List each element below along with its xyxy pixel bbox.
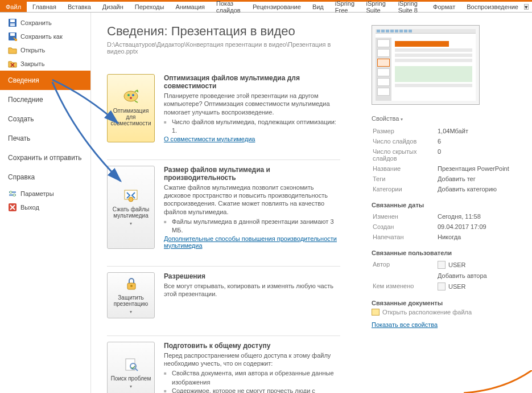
presentation-thumbnail[interactable]: [372, 25, 480, 105]
side-options-label: Параметры: [20, 190, 54, 197]
svg-point-10: [124, 91, 138, 101]
author-chip[interactable]: USER: [438, 261, 521, 269]
tab-home[interactable]: Главная: [27, 2, 62, 12]
options-icon: [8, 189, 17, 198]
permissions-title: Разрешения: [164, 272, 340, 280]
optimize-compat-button[interactable]: Оптимизация для совместимости: [107, 74, 155, 142]
side-save[interactable]: Сохранить: [0, 16, 90, 30]
optimize-title: Оптимизация файлов мультимедиа для совме…: [164, 74, 340, 90]
side-share[interactable]: Сохранить и отправить: [0, 148, 90, 167]
svg-point-8: [13, 194, 15, 197]
prepare-share-title: Подготовить к общему доступу: [164, 342, 340, 350]
search-doc-icon: [122, 357, 139, 373]
page-title: Сведения: Презентация в видео: [107, 24, 345, 39]
side-close[interactable]: Закрыть: [0, 57, 90, 71]
svg-rect-1: [10, 19, 15, 22]
tab-ispring-suite8[interactable]: iSpring Suite 8: [393, 2, 427, 12]
thumb-slides-pane: [376, 38, 391, 101]
folder-icon: [372, 309, 380, 316]
side-options[interactable]: Параметры: [0, 187, 90, 200]
prop-printed: Никогда: [438, 232, 521, 241]
save-as-icon: [8, 32, 17, 41]
tab-design[interactable]: Дизайн: [97, 2, 129, 12]
file-path: D:\Аствацатуров\Дидактор\Конвертация пре…: [107, 41, 345, 55]
optimize-desc: Планируете проведение этой презентации н…: [164, 92, 340, 116]
tab-slideshow[interactable]: Показ слайдов: [211, 2, 247, 12]
compress-media-button[interactable]: Сжать файлы мультимедиа: [107, 166, 155, 249]
check-issues-button[interactable]: Поиск проблем: [107, 342, 155, 393]
tab-ispring-suite[interactable]: iSpring Suite: [361, 2, 393, 12]
svg-rect-2: [10, 23, 15, 26]
close-icon: [8, 59, 17, 68]
side-save-as-label: Сохранить как: [20, 33, 63, 40]
svg-point-13: [130, 97, 132, 99]
save-icon: [8, 18, 17, 27]
compress-desc: Сжатие файлов мультимедиа позволит сэкон…: [164, 183, 340, 216]
svg-point-15: [129, 197, 133, 202]
lock-icon: [122, 276, 139, 292]
protect-presentation-button[interactable]: Защитить презентацию: [107, 272, 155, 318]
prepare-share-desc: Перед распространением общего доступа к …: [164, 351, 340, 368]
svg-point-7: [10, 191, 12, 194]
side-recent[interactable]: Последние: [0, 90, 90, 109]
properties-dropdown[interactable]: Свойства: [372, 115, 403, 122]
tab-playback[interactable]: Воспроизведение: [461, 2, 524, 12]
related-dates-heading: Связанные даты: [372, 202, 522, 208]
show-all-properties[interactable]: Показать все свойства: [372, 321, 438, 328]
backstage-sidebar: Сохранить Сохранить как Открыть Закрыть …: [0, 13, 91, 393]
side-print[interactable]: Печать: [0, 129, 90, 148]
side-save-as[interactable]: Сохранить как: [0, 30, 90, 43]
info-panel: Сведения: Презентация в видео D:\Астваца…: [91, 13, 361, 393]
side-info[interactable]: Сведения: [0, 71, 90, 90]
svg-point-17: [130, 285, 133, 287]
tab-view[interactable]: Вид: [307, 2, 329, 12]
add-author-field[interactable]: Добавить автора: [438, 271, 521, 280]
corner-decoration: [464, 370, 532, 393]
side-exit-label: Выход: [20, 204, 39, 211]
side-help[interactable]: Справка: [0, 167, 90, 187]
side-exit[interactable]: Выход: [0, 200, 90, 214]
ribbon: Файл Главная Вставка Дизайн Переходы Ани…: [0, 0, 532, 13]
related-docs-heading: Связанные документы: [372, 300, 522, 306]
tab-insert[interactable]: Вставка: [62, 2, 97, 12]
lastmod-chip: USER: [438, 283, 521, 290]
thumb-slide-preview: [391, 38, 476, 101]
optimize-bullet: Число файлов мультимедиа, подлежащих опт…: [164, 118, 340, 136]
side-close-label: Закрыть: [20, 60, 44, 67]
prop-size: 1,04Мбайт: [438, 126, 521, 136]
compress-link[interactable]: Дополнительные способы повышения произво…: [164, 235, 337, 249]
optimize-icon: [122, 89, 139, 105]
qat-dropdown-icon[interactable]: ▾: [524, 4, 529, 10]
side-new[interactable]: Создать: [0, 109, 90, 129]
prop-slides: 6: [438, 137, 521, 146]
side-open-label: Открыть: [20, 47, 45, 54]
tab-transitions[interactable]: Переходы: [129, 2, 170, 12]
add-category-field[interactable]: Добавить категорию: [438, 185, 521, 194]
prop-hidden: 0: [438, 147, 521, 163]
exit-icon: [8, 203, 17, 212]
side-save-label: Сохранить: [20, 19, 52, 26]
svg-point-11: [127, 94, 130, 96]
optimize-link[interactable]: О совместимости мультимедиа: [164, 136, 255, 142]
tab-file[interactable]: Файл: [0, 2, 27, 12]
tab-ispring-free[interactable]: iSpring Free: [329, 2, 361, 12]
prop-modified: Сегодня, 11:58: [438, 212, 521, 221]
svg-point-12: [132, 94, 134, 96]
compress-title: Размер файлов мультимедиа и производител…: [164, 166, 340, 182]
compress-bullet: Файлы мультимедиа в данной презентации з…: [164, 218, 340, 235]
side-open[interactable]: Открыть: [0, 43, 90, 57]
open-file-location[interactable]: Открыть расположение файла: [372, 309, 522, 316]
prepare-bullet-2: Содержимое, которое не смогут прочесть л…: [164, 387, 340, 393]
tab-animations[interactable]: Анимация: [170, 2, 211, 12]
tab-format[interactable]: Формат: [427, 2, 461, 12]
tab-review[interactable]: Рецензирование: [247, 2, 307, 12]
add-tag-field[interactable]: Добавить тег: [438, 174, 521, 183]
svg-rect-4: [10, 33, 15, 36]
prepare-bullet-1: Свойства документа, имя автора и обрезан…: [164, 369, 340, 387]
prop-created: 09.04.2017 17:09: [438, 222, 521, 231]
related-people-heading: Связанные пользователи: [372, 249, 522, 256]
avatar-icon: [438, 283, 446, 290]
permissions-desc: Все могут открывать, копировать и изменя…: [164, 282, 340, 298]
open-icon: [8, 46, 17, 55]
prop-title: Презентация PowerPoint: [438, 164, 521, 173]
